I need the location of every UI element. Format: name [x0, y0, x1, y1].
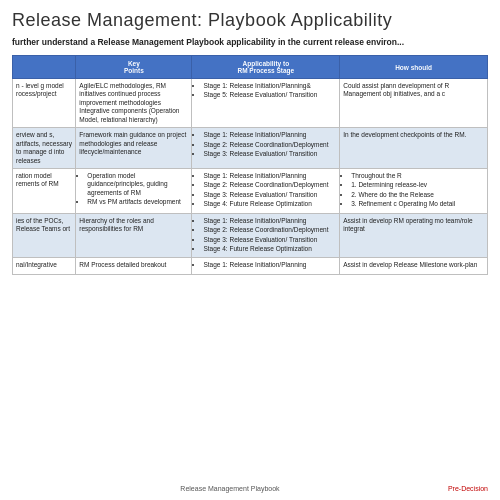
- col-header-1: KeyPoints: [76, 56, 192, 79]
- page-subtitle: further understand a Release Management …: [12, 37, 488, 47]
- cell-col3: Stage 1: Release Initiation/Planning: [192, 258, 340, 274]
- main-table-container: KeyPoints Applicability toRM Process Sta…: [12, 55, 488, 481]
- cell-col4: Could assist plann development of R Mana…: [340, 79, 488, 128]
- table-row: ration model rements of RMOperation mode…: [13, 168, 488, 213]
- cell-col3: Stage 1: Release Initiation/PlanningStag…: [192, 128, 340, 169]
- table-row: n - level g model rocess/projectAgile/EL…: [13, 79, 488, 128]
- footer-center: Release Management Playbook: [12, 485, 448, 492]
- page: Release Management: Playbook Applicabili…: [0, 0, 500, 500]
- cell-col3: Stage 1: Release Initiation/PlanningStag…: [192, 213, 340, 258]
- applicability-table: KeyPoints Applicability toRM Process Sta…: [12, 55, 488, 275]
- page-title: Release Management: Playbook Applicabili…: [12, 10, 488, 31]
- footer: Release Management Playbook Pre-Decision: [12, 485, 488, 492]
- cell-col1: ies of the POCs, Release Teams ort: [13, 213, 76, 258]
- cell-col2: RM Process detailed breakout: [76, 258, 192, 274]
- cell-col3: Stage 1: Release Initiation/Planning&Sta…: [192, 79, 340, 128]
- footer-right: Pre-Decision: [448, 485, 488, 492]
- cell-col2: Operation model guidance/principles, gui…: [76, 168, 192, 213]
- cell-col1: ration model rements of RM: [13, 168, 76, 213]
- cell-col4: Assist in develop RM operating mo team/r…: [340, 213, 488, 258]
- cell-col4: Assist in develop Release Milestone work…: [340, 258, 488, 274]
- col-header-3: How should: [340, 56, 488, 79]
- cell-col3: Stage 1: Release Initiation/PlanningStag…: [192, 168, 340, 213]
- cell-col2: Agile/ELC methodologies, RM initiatives …: [76, 79, 192, 128]
- cell-col1: nal/Integrative: [13, 258, 76, 274]
- cell-col1: n - level g model rocess/project: [13, 79, 76, 128]
- cell-col2: Hierarchy of the roles and responsibilit…: [76, 213, 192, 258]
- cell-col1: erview and s, artifacts, necessary to ma…: [13, 128, 76, 169]
- cell-col4: In the development checkpoints of the RM…: [340, 128, 488, 169]
- cell-col4: Throughout the R1. Determining release-l…: [340, 168, 488, 213]
- col-header-2: Applicability toRM Process Stage: [192, 56, 340, 79]
- table-row: ies of the POCs, Release Teams ortHierar…: [13, 213, 488, 258]
- table-row: nal/IntegrativeRM Process detailed break…: [13, 258, 488, 274]
- col-header-0: [13, 56, 76, 79]
- cell-col2: Framework main guidance on project metho…: [76, 128, 192, 169]
- table-row: erview and s, artifacts, necessary to ma…: [13, 128, 488, 169]
